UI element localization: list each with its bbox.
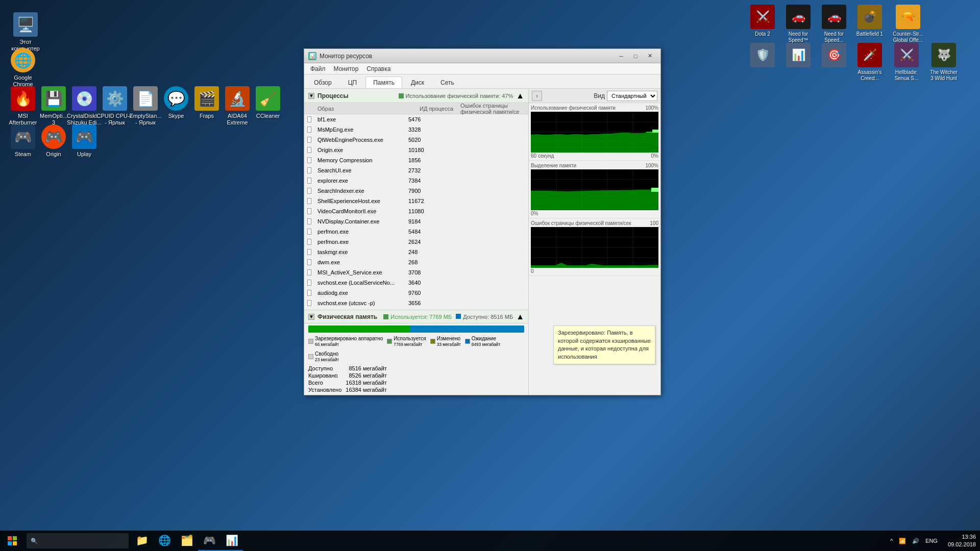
taskbar-file-explorer[interactable]: 📁 [131, 531, 153, 551]
desktop-icon-hellblade[interactable]: ⚔️ Hellblade:Senua S... [888, 41, 925, 84]
processes-table[interactable]: bf1.exe 5476 MsMpEng.exe 3328 QtWebEngin… [304, 114, 528, 310]
desktop-icon-ccleaner[interactable]: 🧹 CCleaner [248, 84, 288, 121]
th-pid[interactable]: ИД процесса [416, 105, 457, 113]
row-process-name-8: ShellExperienceHost.exe [314, 197, 405, 205]
reserved-memory-tooltip: Зарезервировано: Память, в которой содер… [553, 325, 655, 364]
tray-network[interactable]: 📶 [897, 537, 908, 545]
nfs2-icon: 🚗 [822, 5, 846, 29]
tab-network[interactable]: Сеть [433, 77, 462, 88]
tray-notifications[interactable]: ^ [888, 537, 895, 545]
row-checkbox-5[interactable] [304, 167, 314, 174]
taskbar-tray: ^ 📶 🔊 ENG [884, 531, 944, 551]
graph2-label-row: Выделение памяти 100% [531, 162, 658, 169]
table-row[interactable]: SearchIndexer.exe 7900 [304, 186, 528, 196]
desktop-icon-dota2[interactable]: ⚔️ Dota 2 [744, 3, 781, 39]
row-checkbox-11[interactable] [304, 228, 314, 235]
row-errors-14 [446, 262, 528, 263]
maximize-button[interactable]: □ [629, 51, 642, 61]
row-checkbox-4[interactable] [304, 157, 314, 164]
row-checkbox-17[interactable] [304, 289, 314, 296]
table-row[interactable]: Memory Compression 1856 [304, 155, 528, 165]
row-checkbox-14[interactable] [304, 259, 314, 266]
table-row[interactable]: taskmgr.exe 248 [304, 247, 528, 257]
tray-volume[interactable]: 🔊 [910, 537, 921, 545]
table-row[interactable]: QtWebEngineProcess.exe 5020 [304, 135, 528, 145]
tab-disk[interactable]: Диск [403, 77, 432, 88]
table-row[interactable]: audiodg.exe 9760 [304, 288, 528, 298]
desktop-icon-nfs1[interactable]: 🚗 Need forSpeed™ [780, 3, 817, 45]
row-checkbox-8[interactable] [304, 197, 314, 205]
memory-expand-icon[interactable]: ▼ [308, 314, 314, 320]
window-titlebar[interactable]: 📊 Монитор ресурсов ─ □ ✕ [304, 49, 660, 63]
right-panel-expand-button[interactable]: › [532, 91, 542, 101]
row-checkbox-0[interactable] [304, 116, 314, 123]
desktop-icon-asscreed[interactable]: 🗡️ Assassin'sCreed... [851, 41, 888, 84]
legend-item-0: Зарезервировано аппаратно66 мегабайт [308, 336, 383, 347]
table-row[interactable]: Origin.exe 10180 [304, 145, 528, 155]
table-row[interactable]: VideoCardMonitorII.exe 11080 [304, 206, 528, 216]
taskbar-monitor[interactable]: 📊 [220, 531, 243, 551]
desktop-icon-chrome[interactable]: 🌐 Google Chrome [3, 46, 43, 90]
menu-monitor[interactable]: Монитор [330, 64, 363, 73]
table-row[interactable]: explorer.exe 7384 [304, 176, 528, 186]
table-row[interactable]: svchost.exe (utcsvc -p) 3656 [304, 298, 528, 308]
table-row[interactable]: dwm.exe 268 [304, 257, 528, 267]
desktop-icon-icon3[interactable]: 🎯 [816, 41, 852, 71]
desktop-icon-icon1[interactable]: 🛡️ [744, 41, 781, 71]
tab-memory[interactable]: Память [365, 77, 402, 88]
file-explorer-icon: 📁 [136, 534, 149, 546]
row-pid-17: 9760 [405, 289, 446, 296]
row-checkbox-18[interactable] [304, 299, 314, 307]
row-checkbox-16[interactable] [304, 279, 314, 286]
th-errors[interactable]: Ошибок страницы физической памяти/се [457, 102, 529, 116]
tray-lang[interactable]: ENG [923, 537, 940, 545]
processes-table-header: Образ ИД процесса Ошибок страницы физиче… [304, 103, 528, 114]
table-row[interactable]: bf1.exe 5476 [304, 114, 528, 124]
table-row[interactable]: svchost.exe (LocalServiceNo... 3640 [304, 278, 528, 288]
taskbar-search-box[interactable]: 🔍 [27, 533, 129, 548]
row-checkbox-15[interactable] [304, 269, 314, 276]
table-row[interactable]: perfmon.exe 5484 [304, 227, 528, 237]
row-checkbox-7[interactable] [304, 187, 314, 194]
desktop-icon-icon2[interactable]: 📊 [780, 41, 817, 71]
taskbar-clock[interactable]: 13:36 09.02.2018 [944, 533, 980, 549]
desktop-icon-bf1[interactable]: 💣 Battlefield 1 [851, 3, 888, 39]
table-row[interactable]: MSI_ActiveX_Service.exe 3708 [304, 267, 528, 278]
memory-section-header[interactable]: ▼ Физическая память Используется: 7769 М… [304, 310, 528, 323]
table-row[interactable]: ShellExperienceHost.exe 11672 [304, 196, 528, 206]
menu-help[interactable]: Справка [362, 64, 395, 73]
close-button[interactable]: ✕ [643, 51, 656, 61]
row-checkbox-13[interactable] [304, 248, 314, 256]
desktop-icon-nfs2[interactable]: 🚗 Need forSpeed... [816, 3, 852, 45]
taskbar-explorer[interactable]: 🗂️ [176, 531, 198, 551]
table-row[interactable]: perfmon.exe 2624 [304, 237, 528, 247]
table-row[interactable]: NVDisplay.Container.exe 9184 [304, 216, 528, 227]
row-checkbox-3[interactable] [304, 146, 314, 154]
start-button[interactable] [0, 531, 24, 551]
taskbar-chrome[interactable]: 🌐 [153, 531, 176, 551]
table-row[interactable]: MsMpEng.exe 3328 [304, 124, 528, 135]
row-checkbox-6[interactable] [304, 177, 314, 184]
explorer-taskbar-icon: 🗂️ [181, 534, 193, 546]
section-collapse-arrow[interactable]: ▲ [516, 91, 524, 101]
minimize-button[interactable]: ─ [615, 51, 628, 61]
row-checkbox-1[interactable] [304, 126, 314, 133]
desktop-icon-witcher[interactable]: 🐺 The Witcher3 Wild Hunt [925, 41, 962, 84]
row-pid-8: 11672 [405, 197, 446, 205]
menu-file[interactable]: Файл [306, 64, 330, 73]
th-process-name[interactable]: Образ [314, 105, 416, 113]
tab-cpu[interactable]: ЦП [340, 77, 365, 88]
memory-collapse-arrow[interactable]: ▲ [516, 312, 524, 321]
table-row[interactable]: SearchUI.exe 2732 [304, 165, 528, 176]
row-checkbox-2[interactable] [304, 136, 314, 143]
row-checkbox-12[interactable] [304, 238, 314, 245]
processes-expand-icon[interactable]: ▼ [308, 93, 314, 99]
row-checkbox-9[interactable] [304, 208, 314, 215]
row-checkbox-10[interactable] [304, 218, 314, 225]
desktop-icon-uplay[interactable]: 🎮 Uplay [64, 122, 105, 160]
desktop-icon-csgo[interactable]: 🔫 Counter-Str...Global Offe... [890, 3, 926, 45]
view-dropdown[interactable]: Стандартный [607, 91, 657, 101]
taskbar-game[interactable]: 🎮 [198, 531, 220, 551]
tab-overview[interactable]: Обзор [306, 77, 339, 88]
row-process-name-1: MsMpEng.exe [314, 126, 405, 133]
